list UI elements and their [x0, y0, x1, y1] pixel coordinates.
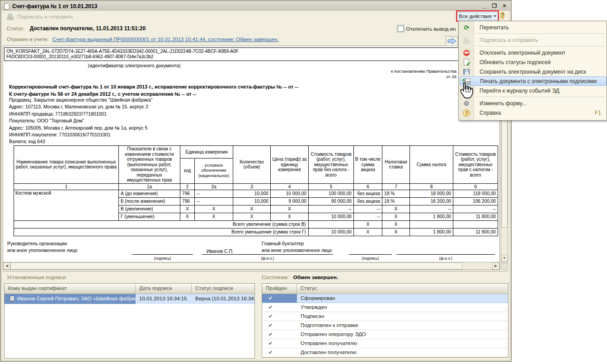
invoice-cell: 1 800,00: [410, 213, 453, 220]
invoice-info-line: Продавец: Закрытое акционерное общество …: [9, 97, 152, 103]
check-icon: ✔: [262, 321, 297, 330]
edocument-id-line2: F6DC8DC03-00001_20130110_e30271b8-6962-4…: [6, 54, 496, 60]
invoice-info-line: Валюта: код 643: [9, 138, 152, 145]
accountant-role: Главный бухгалтерили иное уполномоченное…: [262, 240, 332, 254]
column-sign-date: Дата подписи: [136, 284, 192, 294]
invoice-cell: 18 000,00: [410, 190, 453, 197]
invoice-window: Счет-фактура № 1 от 10.01.2013 _ ❒ × Под…: [0, 0, 512, 362]
close-button[interactable]: ×: [500, 3, 508, 10]
state-name: Отправлен оператору ЭДО: [297, 330, 508, 339]
state-row[interactable]: ✔Подписан: [262, 312, 508, 321]
reflected-label: Отражен в учете:: [7, 37, 48, 42]
invoice-cell: 796: [180, 190, 195, 197]
all-actions-label: Все действия: [459, 14, 491, 19]
decree-note-line2: от 26: [391, 74, 456, 79]
menu-separator: [476, 97, 605, 97]
sign-stamp-icon: [7, 13, 14, 20]
invoice-cell: X: [180, 205, 195, 213]
reflected-document-link[interactable]: Счет-фактура выданный ПР0000000001 от 10…: [52, 37, 279, 42]
states-table[interactable]: Пройден Статус ✔Сформирован✔Утвержден✔По…: [262, 283, 508, 358]
horizontal-scroll-thumb[interactable]: [10, 262, 462, 270]
invoice-cell: X: [382, 220, 410, 228]
menu-item-update-signature-statuses[interactable]: ✔Обновить статусы подписей: [460, 57, 607, 67]
signature-date: 10.01.2013 16:34:15: [136, 294, 192, 304]
invoice-cell: X: [233, 213, 271, 220]
disable-output-checkbox[interactable]: [398, 26, 404, 32]
invoice-cell: 10 000,00: [271, 190, 309, 197]
minimize-button[interactable]: _: [480, 3, 489, 10]
menu-separator: [476, 33, 605, 34]
exchange-state-line: Состояние: Обмен завершен.: [262, 275, 338, 280]
scroll-down-icon[interactable]: ▼: [501, 255, 508, 261]
invoice-cell: --: [195, 190, 233, 197]
scroll-right-icon[interactable]: ▶: [492, 262, 499, 270]
invoice-cell: 9 000,00: [271, 197, 309, 205]
state-row[interactable]: ✔Сформирован: [262, 294, 508, 303]
horizontal-scrollbar[interactable]: ◀ ▶: [3, 262, 499, 270]
all-actions-button[interactable]: Все действия: [457, 12, 498, 20]
director-name-caption: (ф.и.о.): [202, 256, 333, 261]
invoice-cell: X: [195, 205, 233, 213]
signatures-table-header: Кому выдан сертификат Дата подписи Стату…: [5, 284, 254, 294]
column-certificate: Кому выдан сертификат: [5, 284, 136, 294]
invoice-cell: [453, 220, 498, 228]
invoice-cell: --: [354, 205, 382, 213]
invoice-info-line: ИНН/КПП покупателя: 7701030616/770101001: [9, 131, 152, 138]
director-signature-caption: (подпись): [132, 256, 193, 261]
accountant-name-caption: (ф.и.о.): [396, 256, 495, 261]
help-button[interactable]: ?: [500, 11, 504, 19]
invoice-cell: --: [410, 205, 453, 213]
signature-row[interactable]: Иванов Сергей Петрович, ЗАО «Швейная фаб…: [5, 294, 254, 304]
decree-note: к постановлению Правительства от 26: [391, 69, 456, 79]
save-disk-icon: [462, 68, 471, 76]
accountant-name-line: [396, 254, 495, 255]
invoice-cell: 11 800,00: [453, 213, 498, 220]
state-row[interactable]: ✔Утвержден: [262, 303, 508, 312]
invoice-cell: [410, 220, 453, 228]
invoice-cell: X: [354, 220, 382, 228]
menu-item-sign-and-send[interactable]: Подписать и отправить: [460, 35, 607, 45]
hand-cursor-icon: [459, 82, 474, 102]
invoice-cell: X: [382, 205, 410, 213]
invoice-cell: X: [271, 213, 309, 220]
screen: { "window": { "title": "Счет-фактура № 1…: [0, 0, 607, 364]
status-label: Статус:: [7, 26, 25, 31]
section-separator: [3, 271, 508, 272]
states-table-header: Пройден Статус: [262, 284, 508, 294]
menu-item-save-edocument-to-disk[interactable]: Сохранить электронный документ на диск: [460, 67, 607, 76]
signatures-table[interactable]: Кому выдан сертификат Дата подписи Стату…: [4, 283, 255, 359]
arrow-right-icon: [447, 37, 457, 45]
state-row[interactable]: ✔Отправлен получателю: [262, 339, 508, 348]
invoice-cell: 18 %: [382, 190, 410, 197]
menu-item-help[interactable]: ?СправкаF1: [460, 108, 607, 117]
invoice-data-row: Костюм мужскойА (до изменения)796--10,00…: [14, 190, 498, 197]
row-label-cell: А (до изменения): [119, 190, 180, 197]
menu-item-label: Отклонить электронный документ: [480, 50, 565, 56]
invoice-cell: 18 %: [382, 197, 410, 205]
menu-item-label: Изменить форму...: [480, 100, 527, 107]
menu-item-change-form[interactable]: ⚙Изменить форму...: [460, 98, 607, 108]
column-sign-status: Статус подписи: [192, 284, 254, 294]
open-document-button[interactable]: [446, 36, 458, 46]
invoice-info-line: ИНН/КПП продавца: 7718632922/771801001: [9, 111, 152, 117]
invoice-cell: 796: [180, 197, 195, 205]
invoice-cell: [309, 220, 354, 228]
disable-output-label: Отключить вывод ин: [406, 26, 456, 32]
menu-item-reread[interactable]: ⟳Перечитать: [460, 23, 607, 32]
state-row[interactable]: ✔Подготовлен к отправке: [262, 321, 508, 330]
menu-item-reject-edocument[interactable]: Отклонить электронный документ: [460, 48, 607, 57]
menu-item-print-document-with-signatures[interactable]: ✔Печать документа с электронными подпися…: [460, 76, 607, 86]
invoice-cell: 16 200,00: [410, 197, 453, 205]
menu-item-go-to-ed-event-log[interactable]: Перейти к журналу событий ЭД: [460, 86, 607, 95]
sign-and-send-command[interactable]: Подписать и отправить: [7, 13, 73, 20]
state-name: Подписан: [297, 312, 508, 321]
scroll-left-icon[interactable]: ◀: [3, 262, 10, 270]
maximize-button[interactable]: ❒: [490, 3, 499, 10]
status-value: Доставлен получателю, 11.01.2013 11:51:2…: [30, 25, 146, 32]
decree-note-line1: к постановлению Правительства: [391, 69, 456, 74]
state-row[interactable]: ✔Доставлен получателю: [262, 348, 508, 357]
signature-status: Верна (10.01.2013 16:34:...: [192, 294, 254, 304]
state-row[interactable]: ✔Отправлен оператору ЭДО: [262, 330, 508, 339]
invoice-cell: X: [271, 205, 309, 213]
disable-output-checkbox-row[interactable]: Отключить вывод ин: [398, 26, 456, 32]
